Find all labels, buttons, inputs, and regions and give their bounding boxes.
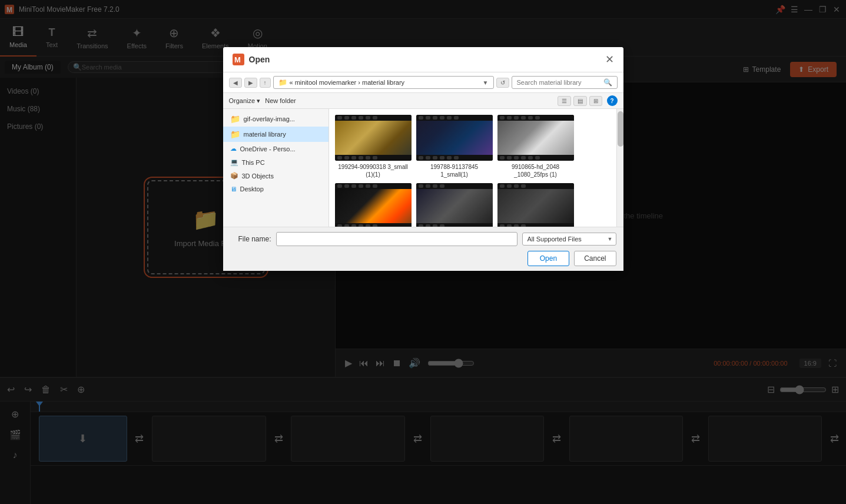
- film-strip-bottom: [416, 155, 493, 161]
- film-strip-bottom: [335, 223, 412, 227]
- scrollbar-thumb: [618, 111, 623, 147]
- forward-button[interactable]: ▶: [244, 78, 257, 88]
- file-thumb-2: [416, 115, 493, 161]
- svg-text:M: M: [234, 55, 241, 64]
- new-folder-button[interactable]: New folder: [265, 97, 296, 104]
- file-item-6[interactable]: [497, 183, 574, 227]
- film-strip-top: [497, 115, 574, 121]
- dialog-sidebar: 📁 gif-overlay-imag... 📁 material library…: [223, 109, 329, 227]
- file-item-2[interactable]: 199788-91137845 1_small(1): [416, 115, 493, 178]
- path-display[interactable]: 📁 « minitool moviemarker › material libr…: [273, 76, 494, 89]
- view-list-button[interactable]: ▤: [573, 96, 587, 106]
- sidebar-onedrive[interactable]: ☁ OneDrive - Perso...: [223, 142, 329, 155]
- organize-button[interactable]: Organize ▾: [229, 97, 261, 105]
- filename-row: File name: All Supported Files Video Fil…: [230, 232, 616, 246]
- sidebar-gif-overlay[interactable]: 📁 gif-overlay-imag...: [223, 111, 329, 127]
- computer-icon: 💻: [230, 158, 238, 166]
- film-strip-top: [416, 115, 493, 121]
- search-files-input[interactable]: [517, 79, 601, 86]
- sidebar-desktop[interactable]: 🖥 Desktop: [223, 183, 329, 195]
- open-button[interactable]: Open: [527, 251, 569, 266]
- sidebar-this-pc[interactable]: 💻 This PC: [223, 155, 329, 169]
- file-item-1[interactable]: 199294-90990318 3_small (1)(1): [335, 115, 412, 178]
- filename-label: File name:: [230, 235, 271, 243]
- help-button[interactable]: ?: [607, 95, 618, 106]
- thumbnail-image: [497, 189, 574, 223]
- dialog-title-bar: M Open ✕: [223, 47, 623, 72]
- dialog-overlay: M Open ✕ ◀ ▶ ↑ 📁 « minitool moviemarker …: [0, 0, 846, 504]
- film-strip-bottom: [497, 223, 574, 227]
- dialog-title: Open: [249, 55, 605, 64]
- path-dropdown-icon[interactable]: ▼: [483, 79, 489, 86]
- film-strip-bottom: [335, 155, 412, 161]
- file-item-4[interactable]: 20576968-hd_192 0_1080_25fps: [335, 183, 412, 227]
- file-grid: 199294-90990318 3_small (1)(1): [329, 109, 623, 227]
- open-file-dialog: M Open ✕ ◀ ▶ ↑ 📁 « minitool moviemarker …: [223, 47, 623, 271]
- file-thumb-4: [335, 183, 412, 227]
- film-strip-top: [497, 183, 574, 189]
- filetype-select[interactable]: All Supported Files Video Files Audio Fi…: [522, 233, 616, 246]
- view-grid-button[interactable]: ⊞: [589, 96, 602, 106]
- file-item-3[interactable]: 9910865-hd_2048 _1080_25fps (1): [497, 115, 574, 178]
- film-strip-bottom: [416, 223, 493, 227]
- up-button[interactable]: ↑: [260, 78, 271, 88]
- file-thumb-1: [335, 115, 412, 161]
- dialog-file-area: 199294-90990318 3_small (1)(1): [329, 109, 623, 227]
- back-button[interactable]: ◀: [229, 78, 242, 88]
- film-strip-bottom: [497, 155, 574, 161]
- film-strip-top: [335, 115, 412, 121]
- film-strip-top: [335, 183, 412, 189]
- cancel-button[interactable]: Cancel: [574, 251, 616, 266]
- sidebar-material-library[interactable]: 📁 material library: [223, 127, 329, 142]
- action-buttons: Open Cancel: [230, 251, 616, 266]
- folder-icon: 📁: [230, 130, 240, 139]
- thumbnail-image: [335, 189, 412, 223]
- sidebar-3d-objects[interactable]: 📦 3D Objects: [223, 169, 329, 183]
- file-thumb-5: [416, 183, 493, 227]
- film-strip-top: [416, 183, 493, 189]
- file-item-5[interactable]: [416, 183, 493, 227]
- path-text: « minitool moviemarker › material librar…: [290, 79, 480, 86]
- file-name-3: 9910865-hd_2048 _1080_25fps (1): [497, 163, 574, 178]
- thumbnail-image: [335, 121, 412, 155]
- file-thumb-6: [497, 183, 574, 227]
- dialog-close-button[interactable]: ✕: [605, 53, 614, 66]
- search-files-bar[interactable]: 🔍: [512, 76, 618, 89]
- file-name-1: 199294-90990318 3_small (1)(1): [335, 163, 412, 178]
- filename-input[interactable]: [276, 232, 517, 246]
- dialog-breadcrumb: ◀ ▶ ↑ 📁 « minitool moviemarker › materia…: [223, 72, 623, 93]
- folder-icon: 📁: [230, 114, 240, 124]
- thumbnail-image: [416, 121, 493, 155]
- dialog-logo-icon: M: [233, 54, 244, 65]
- file-name-2: 199788-91137845 1_small(1): [416, 163, 493, 178]
- vertical-scrollbar[interactable]: [616, 109, 623, 227]
- file-thumb-3: [497, 115, 574, 161]
- dialog-toolbar: Organize ▾ New folder ☰ ▤ ⊞ ?: [223, 93, 623, 109]
- cloud-icon: ☁: [230, 145, 237, 152]
- dialog-content: 📁 gif-overlay-imag... 📁 material library…: [223, 109, 623, 227]
- thumbnail-image: [416, 189, 493, 223]
- dialog-footer: File name: All Supported Files Video Fil…: [223, 227, 623, 271]
- filetype-wrapper: All Supported Files Video Files Audio Fi…: [522, 233, 616, 246]
- refresh-button[interactable]: ↺: [496, 78, 509, 88]
- desktop-icon: 🖥: [230, 185, 237, 193]
- search-files-icon: 🔍: [603, 78, 612, 87]
- view-buttons: ☰ ▤ ⊞: [558, 96, 602, 106]
- thumbnail-image: [497, 121, 574, 155]
- 3d-objects-icon: 📦: [230, 172, 238, 180]
- view-details-button[interactable]: ☰: [558, 96, 571, 106]
